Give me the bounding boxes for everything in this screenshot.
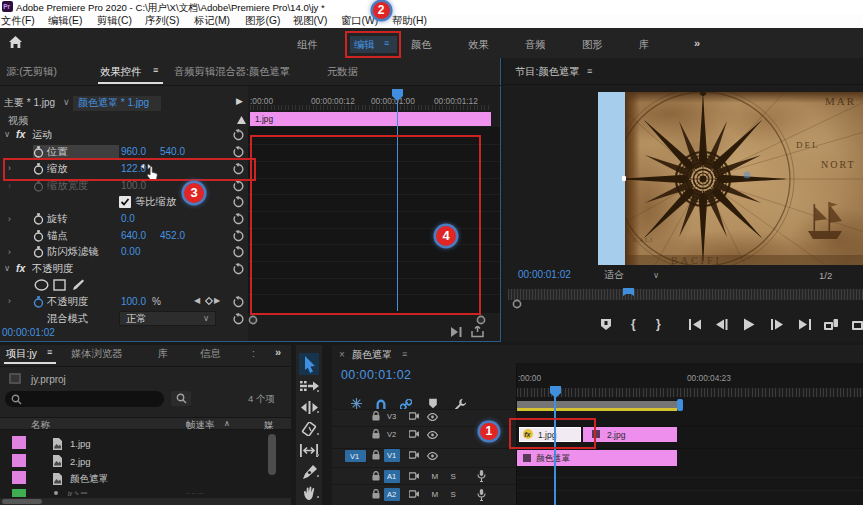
svg-text:CALI: CALI bbox=[633, 236, 653, 244]
svg-text:NORT: NORT bbox=[821, 159, 856, 170]
svg-text:BACIFI: BACIFI bbox=[671, 255, 722, 265]
svg-text:MAR: MAR bbox=[825, 95, 856, 107]
svg-text:DEL: DEL bbox=[796, 140, 820, 150]
